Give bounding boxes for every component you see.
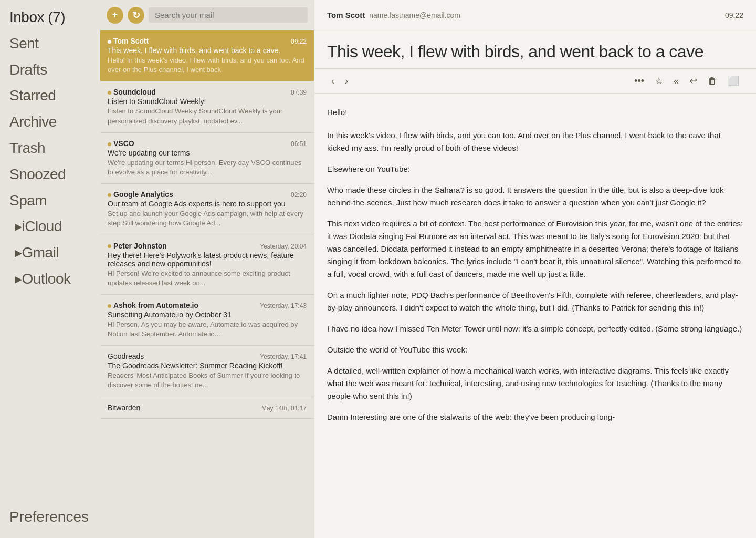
- detail-title-bar: This week, I flew with birds, and went b…: [314, 30, 756, 69]
- email-paragraph: On a much lighter note, PDQ Bach's perfo…: [327, 289, 743, 314]
- email-sender: Bitwarden: [108, 404, 140, 412]
- email-item-ashok-automate[interactable]: Ashok from Automate.ioYesterday, 17:43Su…: [100, 295, 314, 346]
- email-time: 06:51: [291, 140, 307, 148]
- search-input[interactable]: [149, 7, 308, 23]
- email-time: 09:22: [291, 38, 307, 45]
- sender-name: Tom Scott: [327, 11, 365, 19]
- reply-button[interactable]: ↩: [685, 73, 701, 89]
- email-item-peter-johnston[interactable]: Peter JohnstonYesterday, 20:04Hey there!…: [100, 235, 314, 295]
- star-button[interactable]: ☆: [650, 73, 667, 89]
- email-list: Tom Scott09:22This week, I flew with bir…: [100, 30, 314, 538]
- email-item-soundcloud[interactable]: Soundcloud07:39Listen to SoundCloud Week…: [100, 81, 314, 132]
- search-bar: + ↻: [100, 0, 314, 30]
- detail-actions: ‹ › ••• ☆ « ↩ 🗑 ⬜: [314, 69, 756, 94]
- sidebar-item-trash[interactable]: Trash: [0, 135, 100, 161]
- email-preview: Hello! In this week's video, I flew with…: [108, 56, 307, 75]
- email-sender: Peter Johnston: [108, 242, 167, 250]
- unread-dot: [108, 193, 111, 197]
- email-navigation: ‹ ›: [327, 74, 352, 89]
- sidebar-item-archive[interactable]: Archive: [0, 109, 100, 135]
- email-sender: Soundcloud: [108, 88, 156, 96]
- email-preview: We're updating our terms Hi person, Ever…: [108, 158, 307, 177]
- email-body: Hello!In this week's video, I flew with …: [314, 94, 756, 538]
- email-preview: Listen to SoundCloud Weekly SoundCloud W…: [108, 107, 307, 126]
- email-time: Yesterday, 20:04: [260, 243, 307, 250]
- sidebar-item-spam[interactable]: Spam: [0, 188, 100, 214]
- unread-dot: [108, 304, 111, 308]
- sidebar-item-icloud[interactable]: ▸iCloud: [0, 213, 100, 240]
- email-time: 09:22: [725, 11, 743, 19]
- detail-panel: Tom Scott name.lastname@email.com 09:22 …: [314, 0, 756, 538]
- email-paragraph: Outside the world of YouTube this week:: [327, 344, 743, 356]
- unread-dot: [108, 244, 111, 248]
- email-subject: Sunsetting Automate.io by October 31: [108, 311, 307, 319]
- email-subject: We're updating our terms: [108, 149, 307, 157]
- email-action-buttons: ••• ☆ « ↩ 🗑 ⬜: [630, 73, 743, 89]
- email-subject: Listen to SoundCloud Weekly!: [108, 97, 307, 106]
- email-preview: Set up and launch your Google Ads campai…: [108, 209, 307, 228]
- compose-button[interactable]: +: [107, 7, 123, 24]
- email-preview: Hi Person, As you may be aware, Automate…: [108, 320, 307, 339]
- unread-dot: [108, 91, 111, 95]
- reply-all-button[interactable]: «: [669, 73, 683, 89]
- sidebar-item-starred[interactable]: Starred: [0, 82, 100, 109]
- email-sender: VSCO: [108, 139, 134, 148]
- sender-email: name.lastname@email.com: [369, 11, 460, 19]
- email-item-vsco[interactable]: VSCO06:51We're updating our termsWe're u…: [100, 133, 314, 184]
- sidebar-navigation: Inbox (7)SentDraftsStarredArchiveTrashSn…: [0, 0, 100, 292]
- sidebar-item-sent[interactable]: Sent: [0, 30, 100, 57]
- archive-button[interactable]: ⬜: [723, 73, 743, 89]
- email-item-bitwarden[interactable]: BitwardenMay 14th, 01:17: [100, 397, 314, 419]
- email-sender: Tom Scott: [108, 37, 149, 45]
- email-sender: Goodreads: [108, 352, 144, 360]
- sidebar: Inbox (7)SentDraftsStarredArchiveTrashSn…: [0, 0, 100, 538]
- email-paragraph: I have no idea how I missed Ten Meter To…: [327, 323, 743, 335]
- email-item-goodreads[interactable]: GoodreadsYesterday, 17:41The Goodreads N…: [100, 346, 314, 397]
- email-preview: Readers' Most Anticipated Books of Summe…: [108, 371, 307, 390]
- email-subject: The Goodreads Newsletter: Summer Reading…: [108, 361, 307, 370]
- email-sender: Google Analytics: [108, 190, 173, 199]
- prev-email-button[interactable]: ‹: [327, 74, 339, 89]
- email-paragraph: In this week's video, I flew with birds,…: [327, 129, 743, 154]
- sender-info: Tom Scott name.lastname@email.com: [327, 11, 460, 19]
- email-sender: Ashok from Automate.io: [108, 301, 198, 309]
- refresh-button[interactable]: ↻: [128, 7, 144, 24]
- email-paragraph: This next video requires a bit of contex…: [327, 218, 743, 281]
- email-paragraph: A detailed, well-written explainer of ho…: [327, 365, 743, 402]
- email-paragraph: Who made these circles in the Sahara? is…: [327, 184, 743, 209]
- trash-button[interactable]: 🗑: [704, 73, 721, 89]
- email-subject: Hey there! Here's Polywork's latest prod…: [108, 251, 307, 268]
- email-item-google-analytics[interactable]: Google Analytics02:20Our team of Google …: [100, 184, 314, 235]
- sidebar-item-inbox[interactable]: Inbox (7): [0, 4, 100, 30]
- email-preview: Hi Person! We're excited to announce som…: [108, 269, 307, 288]
- next-email-button[interactable]: ›: [341, 74, 352, 89]
- email-list-panel: + ↻ Tom Scott09:22This week, I flew with…: [100, 0, 314, 538]
- sidebar-item-snoozed[interactable]: Snoozed: [0, 161, 100, 188]
- more-actions-button[interactable]: •••: [630, 73, 648, 89]
- email-time: 07:39: [291, 89, 307, 96]
- email-subject: This week, I flew with birds, and went b…: [327, 41, 743, 62]
- email-time: Yesterday, 17:41: [260, 353, 307, 360]
- email-paragraph: Damn Interesting are one of the stalwart…: [327, 411, 743, 423]
- sidebar-item-drafts[interactable]: Drafts: [0, 57, 100, 83]
- email-time: May 14th, 01:17: [261, 405, 307, 412]
- sidebar-item-gmail[interactable]: ▸Gmail: [0, 240, 100, 266]
- sidebar-item-outlook[interactable]: ▸Outlook: [0, 266, 100, 292]
- email-time: Yesterday, 17:43: [260, 302, 307, 309]
- email-time: 02:20: [291, 191, 307, 199]
- email-subject: Our team of Google Ads experts is here t…: [108, 200, 307, 208]
- detail-header: Tom Scott name.lastname@email.com 09:22: [314, 0, 756, 30]
- email-item-tom-scott[interactable]: Tom Scott09:22This week, I flew with bir…: [100, 30, 314, 81]
- unread-dot: [108, 142, 111, 146]
- preferences-item[interactable]: Preferences: [0, 500, 100, 538]
- unread-dot: [108, 40, 111, 44]
- email-subject: This week, I flew with birds, and went b…: [108, 46, 307, 55]
- email-greeting: Hello!: [327, 106, 743, 119]
- email-paragraph: Elsewhere on YouTube:: [327, 163, 743, 175]
